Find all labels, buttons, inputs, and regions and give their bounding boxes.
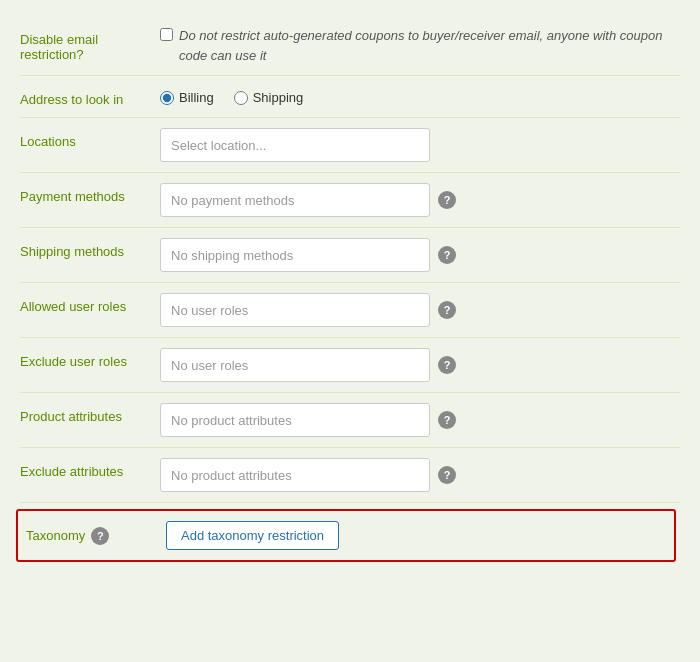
payment-methods-placeholder: No payment methods bbox=[171, 193, 295, 208]
taxonomy-outer-row: Taxonomy ? Add taxonomy restriction bbox=[20, 503, 680, 562]
taxonomy-content: Add taxonomy restriction bbox=[166, 521, 666, 550]
exclude-user-roles-select[interactable]: No user roles bbox=[160, 348, 430, 382]
exclude-attributes-row: Exclude attributes No product attributes… bbox=[20, 448, 680, 503]
disable-email-label: Disable email restriction? bbox=[20, 26, 160, 62]
shipping-option[interactable]: Shipping bbox=[234, 90, 304, 105]
shipping-methods-help-icon[interactable]: ? bbox=[438, 246, 456, 264]
shipping-label: Shipping bbox=[253, 90, 304, 105]
payment-methods-help-icon[interactable]: ? bbox=[438, 191, 456, 209]
locations-content: Select location... bbox=[160, 128, 680, 162]
locations-placeholder: Select location... bbox=[171, 138, 266, 153]
product-attributes-placeholder: No product attributes bbox=[171, 413, 292, 428]
product-attributes-label: Product attributes bbox=[20, 403, 160, 424]
exclude-attributes-help-icon[interactable]: ? bbox=[438, 466, 456, 484]
exclude-user-roles-row: Exclude user roles No user roles ? bbox=[20, 338, 680, 393]
add-taxonomy-button[interactable]: Add taxonomy restriction bbox=[166, 521, 339, 550]
product-attributes-help-icon[interactable]: ? bbox=[438, 411, 456, 429]
allowed-user-roles-row: Allowed user roles No user roles ? bbox=[20, 283, 680, 338]
exclude-user-roles-label: Exclude user roles bbox=[20, 348, 160, 369]
payment-methods-select[interactable]: No payment methods bbox=[160, 183, 430, 217]
disable-email-text: Do not restrict auto-generated coupons t… bbox=[179, 26, 680, 65]
address-row: Address to look in Billing Shipping bbox=[20, 76, 680, 118]
shipping-radio[interactable] bbox=[234, 91, 248, 105]
exclude-attributes-select[interactable]: No product attributes bbox=[160, 458, 430, 492]
disable-email-row: Disable email restriction? Do not restri… bbox=[20, 16, 680, 76]
allowed-user-roles-help-icon[interactable]: ? bbox=[438, 301, 456, 319]
payment-methods-label: Payment methods bbox=[20, 183, 160, 204]
allowed-user-roles-content: No user roles ? bbox=[160, 293, 680, 327]
shipping-methods-select[interactable]: No shipping methods bbox=[160, 238, 430, 272]
product-attributes-row: Product attributes No product attributes… bbox=[20, 393, 680, 448]
allowed-user-roles-placeholder: No user roles bbox=[171, 303, 248, 318]
radio-group: Billing Shipping bbox=[160, 86, 303, 105]
form-container: Disable email restriction? Do not restri… bbox=[0, 0, 700, 578]
checkbox-wrapper: Do not restrict auto-generated coupons t… bbox=[160, 26, 680, 65]
payment-methods-row: Payment methods No payment methods ? bbox=[20, 173, 680, 228]
shipping-methods-row: Shipping methods No shipping methods ? bbox=[20, 228, 680, 283]
exclude-attributes-label: Exclude attributes bbox=[20, 458, 160, 479]
locations-label: Locations bbox=[20, 128, 160, 149]
billing-radio[interactable] bbox=[160, 91, 174, 105]
taxonomy-help-icon[interactable]: ? bbox=[91, 527, 109, 545]
exclude-attributes-placeholder: No product attributes bbox=[171, 468, 292, 483]
taxonomy-row: Taxonomy ? Add taxonomy restriction bbox=[16, 509, 676, 562]
allowed-user-roles-label: Allowed user roles bbox=[20, 293, 160, 314]
disable-email-content: Do not restrict auto-generated coupons t… bbox=[160, 26, 680, 65]
exclude-user-roles-help-icon[interactable]: ? bbox=[438, 356, 456, 374]
billing-option[interactable]: Billing bbox=[160, 90, 214, 105]
taxonomy-label: Taxonomy ? bbox=[26, 527, 166, 545]
locations-select[interactable]: Select location... bbox=[160, 128, 430, 162]
address-label: Address to look in bbox=[20, 86, 160, 107]
allowed-user-roles-select[interactable]: No user roles bbox=[160, 293, 430, 327]
exclude-user-roles-placeholder: No user roles bbox=[171, 358, 248, 373]
shipping-methods-placeholder: No shipping methods bbox=[171, 248, 293, 263]
billing-label: Billing bbox=[179, 90, 214, 105]
payment-methods-content: No payment methods ? bbox=[160, 183, 680, 217]
shipping-methods-content: No shipping methods ? bbox=[160, 238, 680, 272]
exclude-user-roles-content: No user roles ? bbox=[160, 348, 680, 382]
product-attributes-select[interactable]: No product attributes bbox=[160, 403, 430, 437]
shipping-methods-label: Shipping methods bbox=[20, 238, 160, 259]
disable-email-checkbox[interactable] bbox=[160, 28, 173, 41]
exclude-attributes-content: No product attributes ? bbox=[160, 458, 680, 492]
locations-row: Locations Select location... bbox=[20, 118, 680, 173]
product-attributes-content: No product attributes ? bbox=[160, 403, 680, 437]
address-content: Billing Shipping bbox=[160, 86, 680, 105]
